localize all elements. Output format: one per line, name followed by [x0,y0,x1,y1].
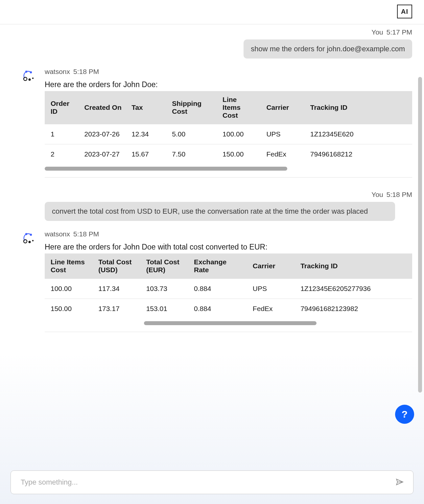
sender-name: watsonx [45,230,70,238]
bot-message-text: Here are the orders for John Doe: [45,80,412,89]
cell: UPS [247,279,294,299]
user-message-bubble: show me the orders for john.doe@example.… [244,39,412,59]
message-time: 5:18 PM [73,230,99,238]
converted-table: Line Items Cost Total Cost (USD) Total C… [45,253,412,319]
message-meta: You 5:17 PM [0,28,412,36]
message-meta: watsonx 5:18 PM [45,230,412,238]
vertical-scrollbar[interactable] [418,77,422,393]
message-time: 5:18 PM [387,191,412,199]
send-button[interactable] [393,476,406,489]
message-time: 5:18 PM [73,68,99,76]
cell: 2023-07-26 [79,124,126,144]
user-message-bubble: convert the total cost from USD to EUR, … [45,202,395,221]
col-header: Tracking ID [294,253,412,279]
table-header-row: Order ID Created On Tax Shipping Cost Li… [45,91,412,124]
col-header: Carrier [260,91,304,124]
cell: 173.17 [92,299,140,319]
converted-table-wrapper: Line Items Cost Total Cost (USD) Total C… [45,253,412,332]
svg-point-9 [32,240,34,241]
col-header: Carrier [247,253,294,279]
col-header: Line Items Cost [45,253,92,279]
svg-point-2 [24,77,27,81]
help-button[interactable]: ? [395,405,414,424]
help-icon: ? [402,409,408,420]
cell: 5.00 [166,124,217,144]
svg-point-3 [29,79,31,81]
cell: 103.73 [140,279,188,299]
ai-badge: AI [397,5,412,18]
bot-message-text: Here are the orders for John Doe with to… [45,243,412,252]
svg-point-4 [32,78,34,79]
message-input[interactable] [21,478,393,487]
cell: 153.01 [140,299,188,319]
col-header: Total Cost (USD) [92,253,140,279]
svg-point-7 [24,240,27,243]
cell: 1 [45,124,79,144]
cell: 0.884 [188,279,247,299]
message-text: show me the orders for john.doe@example.… [251,45,405,53]
message-meta: You 5:18 PM [0,191,412,199]
table-row: 100.00 117.34 103.73 0.884 UPS 1Z12345E6… [45,279,412,299]
col-header: Exchange Rate [188,253,247,279]
message-meta: watsonx 5:18 PM [45,68,412,76]
cell: 7.50 [166,144,217,164]
top-bar: AI [0,0,424,24]
chat-area: You 5:17 PM show me the orders for john.… [0,24,424,466]
svg-point-8 [29,241,31,243]
cell: 794961682123982 [294,299,412,319]
cell: 79496168212 [304,144,412,164]
message-composer[interactable] [11,470,413,494]
cell: 0.884 [188,299,247,319]
cell: 1Z12345E6205277936 [294,279,412,299]
cell: 150.00 [45,299,92,319]
cell: 2 [45,144,79,164]
sender-name: watsonx [45,68,70,76]
sender-name: You [371,28,383,36]
orders-table-wrapper: Order ID Created On Tax Shipping Cost Li… [45,91,412,178]
col-header: Shipping Cost [166,91,217,124]
cell: 100.00 [45,279,92,299]
bot-avatar [22,68,35,82]
cell: 15.67 [126,144,166,164]
cell: 100.00 [217,124,260,144]
message-time: 5:17 PM [387,28,412,36]
col-header: Tax [126,91,166,124]
table-row: 150.00 173.17 153.01 0.884 FedEx 7949616… [45,299,412,319]
col-header: Created On [79,91,126,124]
sender-name: You [371,191,383,199]
bot-avatar [22,231,35,244]
col-header: Order ID [45,91,79,124]
cell: UPS [260,124,304,144]
table-header-row: Line Items Cost Total Cost (USD) Total C… [45,253,412,279]
cell: 117.34 [92,279,140,299]
table-row: 2 2023-07-27 15.67 7.50 150.00 FedEx 794… [45,144,412,164]
horizontal-scrollbar[interactable] [45,321,412,325]
col-header: Tracking ID [304,91,412,124]
orders-table: Order ID Created On Tax Shipping Cost Li… [45,91,412,164]
horizontal-scrollbar[interactable] [45,167,412,171]
message-text: convert the total cost from USD to EUR, … [52,207,368,215]
send-icon [395,478,404,486]
col-header: Line Items Cost [217,91,260,124]
cell: 1Z12345E620 [304,124,412,144]
table-row: 1 2023-07-26 12.34 5.00 100.00 UPS 1Z123… [45,124,412,144]
cell: 12.34 [126,124,166,144]
cell: 150.00 [217,144,260,164]
col-header: Total Cost (EUR) [140,253,188,279]
cell: FedEx [260,144,304,164]
cell: 2023-07-27 [79,144,126,164]
cell: FedEx [247,299,294,319]
